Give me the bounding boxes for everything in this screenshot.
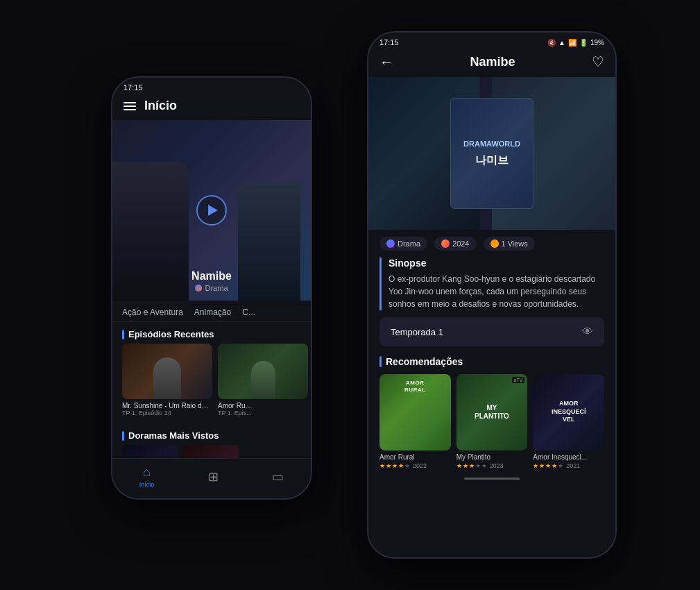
battery-icon: 🔋: [579, 39, 588, 47]
time-left: 17:15: [123, 83, 143, 92]
home-title: Início: [144, 99, 177, 113]
detail-title: Namibe: [470, 55, 515, 69]
hero-image[interactable]: Namibe Drama: [112, 120, 311, 301]
episode-title-0: Mr. Sunshine - Um Raio de Sol: [122, 402, 212, 410]
star-2-1: ★: [533, 462, 538, 469]
rec-thumb-text-0: AMOR RURAL: [398, 380, 433, 394]
thumb-person-1: [218, 344, 308, 399]
person-right-shape: [238, 183, 300, 301]
star-1-5: ★: [481, 462, 487, 469]
doramas-section-title: Doramas Mais Vistos: [128, 430, 219, 441]
detail-hero: DRAMAWORLD 나미브: [368, 77, 615, 230]
synopsis-text: O ex-produtor Kang Soo-hyun e o estagiár…: [389, 273, 604, 310]
wifi-icon: 📶: [568, 39, 577, 47]
section-bar-icon: [122, 330, 124, 339]
monitor-nav-icon: ▭: [272, 469, 284, 484]
nav-monitor[interactable]: ▭: [272, 469, 284, 484]
category-item-1[interactable]: Animação: [194, 307, 231, 317]
episode-sub-1: TP 1: Epis...: [218, 410, 308, 416]
episodes-section-title: Episódios Recentes: [128, 329, 214, 339]
star-0-1: ★: [379, 462, 385, 469]
episode-sub-0: TP 1: Episódio 24: [122, 410, 212, 416]
doramas-section-header: Doramas Mais Vistos: [112, 423, 311, 445]
back-button[interactable]: ←: [379, 54, 393, 70]
hero-title: Namibe: [191, 270, 232, 283]
synopsis-section: Sinopse O ex-produtor Kang Soo-hyun e o …: [379, 258, 604, 310]
status-icons: 🔇 ▲ 📶 🔋 19%: [547, 39, 604, 47]
star-0-4: ★: [398, 462, 404, 469]
star-1-4: ★: [475, 462, 481, 469]
rec-thumb-0: AMOR RURAL: [379, 374, 451, 450]
play-triangle-icon: [208, 205, 218, 216]
favorite-button[interactable]: ♡: [592, 53, 604, 70]
rec-thumb-text-1: MYPLANTITO: [475, 404, 509, 421]
episode-thumb-1: [218, 344, 308, 399]
tags-row: Drama 2024 1 Views: [368, 230, 615, 258]
rec-thumb-2: AMORINESQUECÍVEL: [533, 374, 604, 450]
app-header-left: Início: [112, 94, 311, 120]
person-left-shape: [112, 162, 189, 301]
menu-icon[interactable]: [123, 102, 136, 110]
detail-poster: DRAMAWORLD 나미브: [450, 98, 533, 209]
hero-genre: Drama: [191, 284, 232, 292]
rec-thumb-1: uTV MYPLANTITO: [456, 374, 528, 450]
rec-card-0[interactable]: AMOR RURAL Amor Rural ★ ★ ★ ★ ★ 2022: [379, 374, 451, 469]
season-label: Temporada 1: [391, 327, 443, 337]
mute-icon: 🔇: [547, 39, 556, 47]
nav-home-label: Início: [139, 481, 155, 488]
rec-year-0: 2022: [413, 462, 427, 469]
rec-cards-row: AMOR RURAL Amor Rural ★ ★ ★ ★ ★ 2022: [379, 374, 604, 469]
rec-card-title-2: Amor Inesqueci...: [533, 453, 604, 461]
genre-dot-icon: [195, 285, 202, 292]
rec-year-2: 2021: [566, 462, 580, 469]
poster-korean-text: 나미브: [475, 153, 509, 168]
detail-header: ← Namibe ♡: [368, 49, 615, 77]
star-1-2: ★: [463, 462, 468, 469]
rec-card-2[interactable]: AMORINESQUECÍVEL Amor Inesqueci... ★ ★ ★…: [533, 374, 604, 469]
categories-row: Ação e Aventura Animação C...: [112, 301, 311, 322]
play-button[interactable]: [196, 195, 227, 226]
tag-views-label: 1 Views: [502, 239, 528, 248]
episode-card-1[interactable]: Amor Ru... TP 1: Epis...: [218, 344, 308, 416]
nav-home[interactable]: ⌂ Início: [139, 465, 155, 488]
status-bar-right: 17:15 🔇 ▲ 📶 🔋 19%: [368, 33, 615, 49]
ep-person-shape-1: [251, 361, 275, 399]
signal-icon: ▲: [558, 39, 565, 47]
season-row[interactable]: Temporada 1 👁: [379, 317, 604, 346]
episode-card-0[interactable]: Mr. Sunshine - Um Raio de Sol TP 1: Epis…: [122, 344, 212, 416]
rec-card-1[interactable]: uTV MYPLANTITO My Plantito ★ ★ ★ ★ ★ 202…: [456, 374, 528, 469]
rec-card-title-1: My Plantito: [456, 453, 528, 461]
category-item-0[interactable]: Ação e Aventura: [122, 307, 183, 317]
status-bar-left: 17:15: [112, 78, 311, 94]
section-bar-doramas-icon: [122, 431, 124, 441]
tag-drama: Drama: [379, 237, 427, 251]
nav-shows[interactable]: ⊞: [208, 469, 219, 484]
phone-left: 17:15 Início Namibe Drama Ação e Aventur…: [111, 76, 312, 500]
rec-header: Recomendações: [379, 356, 604, 367]
rec-year-1: 2023: [490, 462, 504, 469]
poster-brand-text: DRAMAWORLD: [463, 140, 520, 148]
scroll-indicator: [464, 478, 520, 480]
star-2-5: ★: [558, 462, 563, 469]
episode-title-1: Amor Ru...: [218, 402, 308, 410]
tag-views: 1 Views: [484, 237, 535, 251]
thumb-person-0: [122, 344, 212, 399]
eye-icon[interactable]: 👁: [582, 326, 593, 338]
utv-badge: uTV: [512, 377, 525, 383]
star-0-2: ★: [386, 462, 391, 469]
rec-card-title-0: Amor Rural: [379, 453, 451, 461]
drama-dot-icon: [386, 239, 395, 248]
star-0-3: ★: [392, 462, 398, 469]
episodes-row: Mr. Sunshine - Um Raio de Sol TP 1: Epis…: [112, 344, 311, 423]
phone-right: 17:15 🔇 ▲ 📶 🔋 19% ← Namibe ♡ DRAMAWORLD …: [367, 31, 617, 559]
tag-drama-label: Drama: [398, 239, 420, 248]
time-right: 17:15: [379, 38, 399, 47]
bottom-nav: ⌂ Início ⊞ ▭: [112, 458, 311, 498]
views-dot-icon: [490, 239, 499, 248]
episode-thumb-0: [122, 344, 212, 399]
rec-bar-icon: [379, 356, 382, 367]
star-1-1: ★: [456, 462, 462, 469]
battery-percent: 19%: [590, 39, 604, 47]
category-item-2[interactable]: C...: [242, 307, 255, 317]
rec-thumb-text-2: AMORINESQUECÍVEL: [552, 400, 586, 424]
